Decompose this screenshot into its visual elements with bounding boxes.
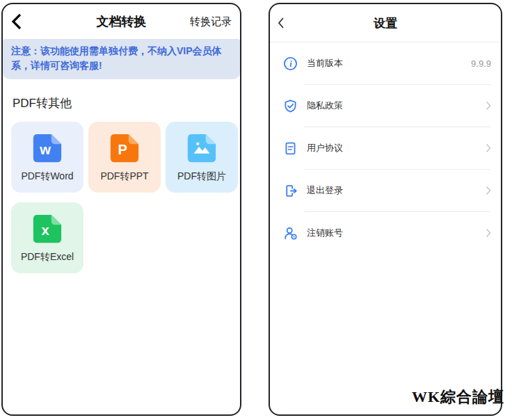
chevron-right-icon [486,186,491,195]
document-icon [283,141,298,156]
settings-screen: 设置 i 当前版本 9.9.9 隐私政策 [269,3,502,416]
doc-convert-header: 文档转换 转换记录 [3,4,240,39]
logout-icon [283,184,298,198]
list-item-label: 用户协议 [307,142,486,154]
card-label: PDF转Word [21,170,73,183]
chevron-left-icon [277,17,285,29]
word-file-icon: w [31,132,63,164]
back-button[interactable] [10,4,24,39]
card-label: PDF转PPT [100,170,148,183]
section-title: PDF转其他 [13,95,240,111]
list-item-delete-account[interactable]: 注销账号 [270,212,501,254]
list-item-label: 退出登录 [307,184,486,197]
list-item-label: 当前版本 [307,57,471,70]
list-item-current-version[interactable]: i 当前版本 9.9.9 [270,42,501,84]
version-value: 9.9.9 [471,58,491,69]
list-item-logout[interactable]: 退出登录 [270,170,501,211]
conversion-history-link[interactable]: 转换记录 [190,15,232,29]
list-item-user-agreement[interactable]: 用户协议 [270,127,501,169]
svg-text:x: x [42,222,50,237]
chevron-right-icon [486,228,491,238]
info-icon: i [283,56,298,71]
notice-banner: 注意：该功能使用需单独付费，不纳入VIP会员体系，详情可咨询客服! [3,39,240,79]
settings-list: i 当前版本 9.9.9 隐私政策 [270,42,501,254]
watermark: WK綜合論壇 [412,387,511,407]
card-label: PDF转图片 [177,170,226,183]
svg-text:i: i [289,58,292,68]
chevron-right-icon [486,143,491,153]
svg-text:w: w [39,141,51,156]
card-label: PDF转Excel [21,251,74,264]
back-button[interactable] [277,4,285,42]
chevron-left-icon [10,13,24,31]
svg-text:P: P [118,141,127,156]
pdf-to-word-card[interactable]: w PDF转Word [11,122,83,193]
page-title: 设置 [374,15,397,31]
pdf-to-excel-card[interactable]: x PDF转Excel [11,202,83,273]
pdf-to-image-card[interactable]: PDF转图片 [166,122,238,193]
shield-check-icon [283,99,298,113]
doc-convert-screen: 文档转换 转换记录 注意：该功能使用需单独付费，不纳入VIP会员体系，详情可咨询… [1,3,241,416]
settings-header: 设置 [270,4,501,42]
list-item-label: 隐私政策 [307,99,486,112]
chevron-right-icon [486,101,491,111]
account-cancel-icon [283,226,298,241]
excel-file-icon: x [31,213,63,245]
ppt-file-icon: P [109,132,141,164]
list-item-label: 注销账号 [307,227,486,239]
image-file-icon [186,132,218,164]
pdf-to-ppt-card[interactable]: P PDF转PPT [88,122,161,193]
page-title: 文档转换 [97,13,147,30]
conversion-cards: w PDF转Word P PDF转PPT PDF转图片 [11,122,240,273]
list-item-privacy-policy[interactable]: 隐私政策 [270,85,501,127]
